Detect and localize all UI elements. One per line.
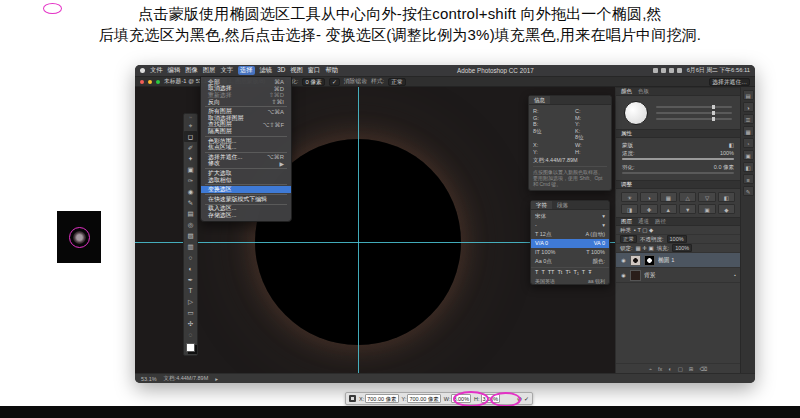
dock-panel-icon[interactable]: ≡ (743, 174, 754, 184)
tab-adjustments[interactable]: 调整 (621, 181, 632, 188)
adjustment-icon[interactable]: ▲ (660, 204, 677, 214)
layer-mask-thumbnail[interactable] (644, 255, 655, 266)
character-field-row[interactable]: Aa 0点 颜色: (531, 257, 609, 266)
cancel-transform-icon[interactable]: ⊘ (517, 395, 522, 402)
layers-footer-icon[interactable]: ◐ (668, 366, 671, 372)
color-wheel[interactable] (624, 101, 648, 125)
pen-tool[interactable]: ✒ (184, 274, 197, 285)
marquee-tool[interactable]: ◻ (184, 131, 197, 142)
dock-panel-icon[interactable]: ✎ (743, 186, 754, 196)
select-menu-item[interactable]: 存储选区... (201, 212, 291, 219)
commit-transform-icon[interactable]: ✓ (524, 395, 529, 402)
select-menu-item[interactable]: 焦点区域... (201, 144, 291, 151)
style-select[interactable]: 正常 (388, 78, 406, 86)
minimize-window-button[interactable] (148, 80, 152, 84)
tab-colors[interactable]: 颜色 (621, 88, 632, 95)
menubar-menu[interactable]: 窗口 (308, 66, 321, 75)
text-style-button[interactable]: T¹ (565, 269, 570, 276)
select-menu-item[interactable]: 选取相似 (201, 177, 291, 184)
menubar-menu[interactable]: 帮助 (325, 66, 338, 75)
visibility-eye-icon[interactable]: ◉ (620, 257, 627, 263)
transform-field[interactable]: Y: 700.00 像素 (402, 394, 441, 403)
menubar-menu[interactable]: 图像 (185, 66, 198, 75)
tab-character[interactable]: 字符 (531, 201, 552, 209)
menubar-menu[interactable]: 文字 (220, 66, 233, 75)
select-menu-item[interactable]: 隔离图层 (201, 128, 291, 135)
fill-input[interactable]: 100% (672, 244, 692, 252)
adjustment-icon[interactable]: ◑ (640, 192, 657, 202)
dock-panel-icon[interactable]: ◧ (743, 162, 754, 172)
character-field-row[interactable]: T 12点 A (自动) (531, 230, 609, 239)
transform-field[interactable]: X: 700.00 像素 (359, 394, 399, 403)
dock-panel-icon[interactable]: ▦ (743, 126, 754, 136)
layers-footer-icon[interactable]: ▢ (678, 366, 683, 372)
character-field-row[interactable]: - ▾ (531, 221, 609, 230)
adjustment-icon[interactable]: ◨ (621, 204, 638, 214)
dodge-tool[interactable]: ◐ (184, 263, 197, 274)
layers-footer-icon[interactable]: fx (658, 366, 662, 372)
density-slider[interactable] (622, 158, 734, 160)
select-menu-item[interactable]: 变换选区 (201, 186, 291, 193)
tab-paths[interactable]: 路径 (655, 218, 666, 225)
path-select-tool[interactable]: ▷ (184, 296, 197, 307)
crop-tool[interactable]: ▣ (184, 164, 197, 175)
menubar-menu[interactable]: 视图 (290, 66, 303, 75)
dock-panel-icon[interactable]: ◔ (743, 138, 754, 148)
layers-footer-icon[interactable]: ⌫ (699, 366, 707, 372)
apple-menu-icon[interactable] (140, 68, 145, 73)
density-value[interactable]: 100% (720, 149, 734, 157)
lock-icons[interactable]: ▦ ✛ ▣ (636, 245, 654, 251)
character-field-row[interactable]: V/A 0 VA 0 (531, 239, 609, 248)
menubar-menu[interactable]: 选择 (238, 66, 255, 75)
menubar-menu[interactable]: 编辑 (168, 66, 181, 75)
select-and-mask-button[interactable]: 选择并遮住… (709, 78, 750, 86)
select-menu-item[interactable]: 修改 ▶ (201, 161, 291, 168)
feather-slider[interactable] (622, 172, 734, 174)
menubar-menu[interactable]: 文件 (150, 66, 163, 75)
text-style-button[interactable]: T (535, 269, 538, 276)
character-field-row[interactable]: 宋体 ▾ (531, 212, 609, 221)
language-select[interactable]: 美国英语 (535, 278, 555, 284)
adjustment-icon[interactable]: ▽ (698, 192, 715, 202)
menubar-clock[interactable]: 6月6日 周二 下午6:56:11 (687, 66, 750, 75)
blur-tool[interactable]: ○ (184, 252, 197, 263)
opacity-input[interactable]: 100% (667, 235, 687, 243)
adjustment-icon[interactable]: ▣ (698, 204, 715, 214)
layer-thumbnail[interactable] (630, 270, 641, 281)
visibility-eye-icon[interactable]: ◉ (620, 272, 627, 278)
adjustment-icon[interactable]: ☀ (621, 192, 638, 202)
text-style-button[interactable]: TT (548, 269, 555, 276)
tab-paragraph[interactable]: 段落 (552, 201, 573, 209)
dock-panel-icon[interactable]: ☰ (743, 114, 754, 124)
text-style-button[interactable]: Tt (557, 269, 562, 276)
text-style-button[interactable]: T₁ (574, 269, 579, 276)
text-style-button[interactable]: T (582, 269, 585, 276)
reference-point-icon[interactable] (349, 395, 356, 402)
healing-brush-tool[interactable]: ◉ (184, 186, 197, 197)
tab-info[interactable]: 信息 (529, 96, 550, 104)
adjustment-icon[interactable]: ▦ (660, 192, 677, 202)
zoom-tool[interactable]: ◌ (184, 329, 197, 340)
input-source-icon[interactable] (653, 68, 658, 73)
layers-footer-icon[interactable]: ⌁ (649, 366, 652, 372)
dock-panel-icon[interactable]: ▣ (743, 150, 754, 160)
status-arrow-icon[interactable]: ▸ (215, 376, 218, 382)
transform-field[interactable]: W: 3.00% (444, 394, 471, 403)
text-style-button[interactable]: T (541, 269, 544, 276)
shape-tool[interactable]: ▭ (184, 307, 197, 318)
antialias-checkbox[interactable]: ✓ (329, 78, 340, 86)
clone-stamp-tool[interactable]: ▤ (184, 208, 197, 219)
layer-thumbnail[interactable] (630, 255, 641, 266)
move-tool[interactable]: ⌖ (184, 120, 197, 131)
type-tool[interactable]: T (184, 285, 197, 296)
antialias-select[interactable]: aa 锐利 (588, 278, 605, 284)
spotlight-icon[interactable] (677, 68, 682, 73)
tab-channels[interactable]: 通道 (638, 218, 649, 225)
close-window-button[interactable] (140, 80, 144, 84)
tab-layers[interactable]: 图层 (621, 218, 632, 225)
layer-row[interactable]: ◉ 背景 ▪ (616, 268, 740, 283)
eraser-tool[interactable]: ▨ (184, 230, 197, 241)
transform-field[interactable]: H: 3.00% (474, 394, 500, 403)
color-sliders[interactable] (656, 102, 732, 124)
adjustment-icon[interactable]: ▼ (679, 204, 696, 214)
